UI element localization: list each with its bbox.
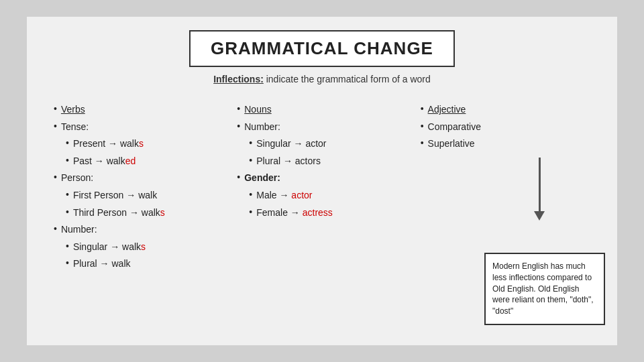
arrow-line <box>539 158 541 211</box>
item-past: Past → walked <box>73 155 136 168</box>
note-box: Modern English has much less inflections… <box>484 253 605 325</box>
bullet: • <box>54 103 57 114</box>
bullet: • <box>421 137 424 148</box>
list-item: • Number: <box>237 121 407 134</box>
bullet: • <box>66 206 69 217</box>
list-item: • Third Person → walks <box>54 206 223 220</box>
col-verbs: • Verbs • Tense: • Present → walks • Pas… <box>47 103 230 275</box>
list-item: • Superlative <box>421 137 590 151</box>
list-item: • Plural → actors <box>237 155 407 168</box>
item-singular-actor: Singular → actor <box>256 137 326 151</box>
bullet: • <box>54 121 57 131</box>
slide-title: GRAMMATICAL CHANGE <box>211 38 433 58</box>
bullet: • <box>249 137 252 148</box>
item-plural-actors: Plural → actors <box>256 155 321 168</box>
item-singular-walks: Singular → walks <box>73 241 146 254</box>
item-first-person: First Person → walk <box>73 189 157 202</box>
list-item: • Male → actor <box>237 189 407 202</box>
list-item: • Past → walked <box>54 155 223 168</box>
list-item: • Nouns <box>237 103 407 117</box>
list-item: • Plural → walk <box>54 257 223 271</box>
item-gender: Gender: <box>244 172 280 185</box>
item-verbs: Verbs <box>61 103 85 117</box>
bullet: • <box>421 103 424 114</box>
title-box: GRAMMATICAL CHANGE <box>189 30 455 67</box>
list-item: • First Person → walk <box>54 189 223 202</box>
item-plural-walk: Plural → walk <box>73 257 131 271</box>
note-text: Modern English has much less inflections… <box>492 261 594 316</box>
bullet: • <box>421 121 424 131</box>
arrow-head <box>534 211 545 221</box>
item-nouns: Nouns <box>244 103 271 117</box>
bullet: • <box>66 241 69 251</box>
slide: GRAMMATICAL CHANGE Inflections: indicate… <box>27 17 617 345</box>
bullet: • <box>66 155 69 166</box>
list-item: • Number: <box>54 223 223 237</box>
bullet: • <box>237 103 240 114</box>
item-number2: Number: <box>244 121 280 134</box>
list-item: • Person: <box>54 172 223 185</box>
bullet: • <box>237 172 240 182</box>
bullet: • <box>249 189 252 200</box>
arrow-down <box>534 158 545 221</box>
bullet: • <box>66 189 69 200</box>
bullet: • <box>54 172 57 182</box>
item-third-person: Third Person → walks <box>73 206 165 220</box>
item-male: Male → actor <box>256 189 312 202</box>
col-adjective: • Adjective • Comparative • Superlative <box>414 103 597 275</box>
list-item: • Adjective <box>421 103 590 117</box>
list-item: • Present → walks <box>54 137 223 151</box>
bullet: • <box>249 155 252 166</box>
subtitle-rest: indicate the grammatical form of a word <box>264 74 431 84</box>
subtitle-bold: Inflections: <box>213 74 264 84</box>
item-tense: Tense: <box>61 121 89 134</box>
bullet: • <box>54 223 57 234</box>
col-nouns: • Nouns • Number: • Singular → actor • P… <box>230 103 413 275</box>
item-number: Number: <box>61 223 97 237</box>
content-area: • Verbs • Tense: • Present → walks • Pas… <box>47 103 597 275</box>
list-item: • Gender: <box>237 172 407 185</box>
subtitle: Inflections: indicate the grammatical fo… <box>213 74 431 84</box>
item-female: Female → actress <box>256 206 333 220</box>
item-superlative: Superlative <box>428 137 475 151</box>
list-item: • Tense: <box>54 121 223 134</box>
item-comparative: Comparative <box>428 121 481 134</box>
list-item: • Singular → actor <box>237 137 407 151</box>
item-adjective: Adjective <box>428 103 466 117</box>
list-item: • Comparative <box>421 121 590 134</box>
list-item: • Verbs <box>54 103 223 117</box>
list-item: • Female → actress <box>237 206 407 220</box>
list-item: • Singular → walks <box>54 241 223 254</box>
bullet: • <box>249 206 252 217</box>
bullet: • <box>66 257 69 268</box>
bullet: • <box>237 121 240 131</box>
bullet: • <box>66 137 69 148</box>
item-person: Person: <box>61 172 93 185</box>
item-present: Present → walks <box>73 137 144 151</box>
header-area: GRAMMATICAL CHANGE Inflections: indicate… <box>47 30 597 97</box>
